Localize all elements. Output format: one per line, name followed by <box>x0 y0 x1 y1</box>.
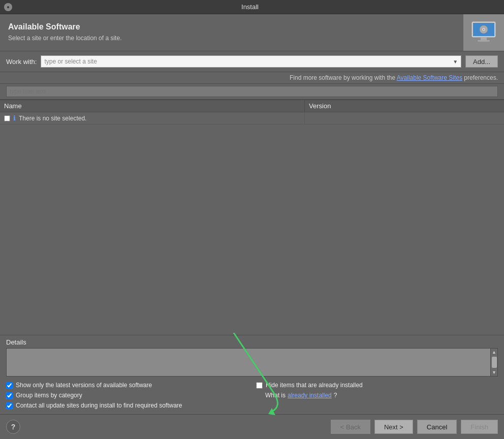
window-title: Install <box>12 3 488 11</box>
group-category-label: Group items by category <box>16 392 82 399</box>
what-is-row: What is already installed ? <box>265 392 498 399</box>
show-latest-label: Show only the latest versions of availab… <box>16 382 152 389</box>
sites-row: Find more software by working with the A… <box>0 72 504 84</box>
cancel-button[interactable]: Cancel <box>417 420 457 434</box>
table-empty-area <box>0 124 504 277</box>
back-button[interactable]: < Back <box>331 420 370 434</box>
scroll-thumb[interactable] <box>492 357 497 368</box>
site-combo-value: type or select a site <box>44 58 97 65</box>
scroll-down-icon[interactable]: ▼ <box>491 369 497 376</box>
option-group-category: Group items by category <box>6 392 248 399</box>
filter-input[interactable] <box>6 86 498 97</box>
work-with-label: Work with: <box>6 58 37 66</box>
close-button[interactable]: ● <box>4 3 12 11</box>
group-category-checkbox[interactable] <box>6 392 13 399</box>
dialog-title: Available Software <box>8 22 455 32</box>
table-cell-name: ℹ There is no site selected. <box>0 112 305 124</box>
what-is-pretext: What is <box>265 392 286 399</box>
close-icon: ● <box>7 4 10 10</box>
row-checkbox[interactable] <box>4 115 10 121</box>
combo-arrow-icon: ▼ <box>453 59 458 65</box>
work-with-row: Work with: type or select a site ▼ Add..… <box>0 51 504 72</box>
header-text: Available Software Select a site or ente… <box>0 14 463 51</box>
what-is-posttext: ? <box>334 392 337 399</box>
title-bar: ● Install <box>0 0 504 14</box>
option-hide-installed: Hide items that are already installed <box>256 382 498 389</box>
dialog-subtitle: Select a site or enter the location of a… <box>8 35 455 42</box>
finish-button[interactable]: Finish <box>461 420 498 434</box>
contact-sites-checkbox[interactable] <box>6 402 13 409</box>
details-box: ▲ ▼ <box>6 348 498 377</box>
row-name-text: There is no site selected. <box>19 115 86 122</box>
details-label: Details <box>0 335 504 348</box>
sites-posttext: preferences. <box>464 74 498 81</box>
info-icon: ℹ <box>13 114 16 122</box>
column-header-version: Version <box>305 100 504 112</box>
available-software-sites-link[interactable]: Available Software Sites <box>397 74 462 81</box>
svg-rect-6 <box>478 40 490 42</box>
scroll-up-icon[interactable]: ▲ <box>491 349 497 356</box>
help-button[interactable]: ? <box>6 420 20 434</box>
option-show-latest: Show only the latest versions of availab… <box>6 382 248 389</box>
option-contact-sites: Contact all update sites during install … <box>6 402 248 409</box>
hide-installed-label: Hide items that are already installed <box>266 382 363 389</box>
software-table-container: Name Version ℹ There is no site selected… <box>0 100 504 335</box>
next-button[interactable]: Next > <box>374 420 413 434</box>
svg-point-4 <box>483 29 484 30</box>
install-dialog: Available Software Select a site or ente… <box>0 14 504 439</box>
sites-pretext: Find more software by working with the <box>290 74 395 81</box>
show-latest-checkbox[interactable] <box>6 382 13 389</box>
details-scrollbar: ▲ ▼ <box>490 349 497 376</box>
add-button[interactable]: Add... <box>465 55 498 68</box>
hide-installed-checkbox[interactable] <box>256 382 263 389</box>
table-row: ℹ There is no site selected. <box>0 112 504 124</box>
table-cell-version <box>305 116 504 120</box>
header-section: Available Software Select a site or ente… <box>0 14 504 51</box>
contact-sites-label: Contact all update sites during install … <box>16 402 182 409</box>
options-col2-row3-empty <box>256 402 498 409</box>
column-header-name: Name <box>0 100 305 112</box>
details-section: Details ▲ ▼ <box>0 335 504 377</box>
already-installed-link[interactable]: already installed <box>288 392 332 399</box>
options-section: Show only the latest versions of availab… <box>0 377 504 414</box>
site-combo[interactable]: type or select a site ▼ <box>41 55 461 68</box>
table-header: Name Version <box>0 100 504 112</box>
title-bar-controls: ● <box>4 3 12 11</box>
button-row: ? < Back Next > Cancel Finish <box>0 414 504 439</box>
svg-rect-5 <box>481 38 487 40</box>
header-icon-area <box>463 14 504 51</box>
filter-row <box>0 84 504 100</box>
computer-icon <box>469 18 498 47</box>
